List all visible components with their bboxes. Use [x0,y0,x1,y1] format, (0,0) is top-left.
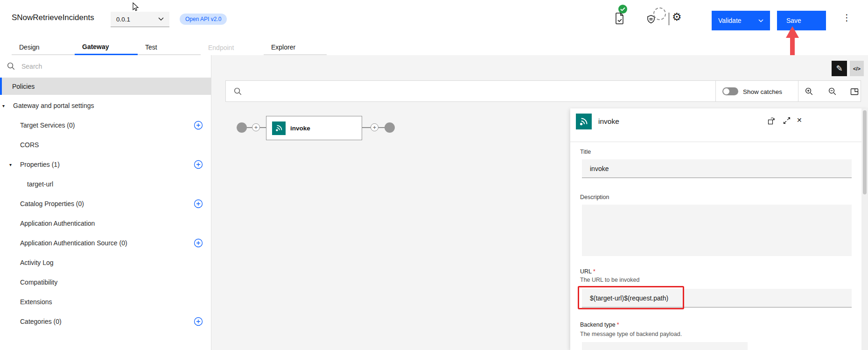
api-type-badge: Open API v2.0 [180,14,227,25]
header-divider [669,13,669,25]
backend-type-field-label: Backend type* [580,321,619,328]
fit-to-screen-icon[interactable] [850,87,859,96]
toolbar-divider [715,80,716,102]
close-panel-icon[interactable]: ✕ [797,116,802,124]
tab-gateway[interactable]: Gateway [75,40,138,55]
zoom-in-icon[interactable] [805,87,813,96]
add-property-icon[interactable] [194,160,203,169]
version-dropdown[interactable]: 0.0.1 [111,12,169,27]
caret-down-icon[interactable]: ▾ [9,162,15,167]
description-field-textarea[interactable] [582,205,852,256]
save-button[interactable]: Save [777,11,826,30]
version-value: 0.0.1 [116,16,130,23]
invoke-policy-icon [576,114,592,129]
title-field-value: invoke [590,165,609,172]
panel-scrollbar-thumb[interactable] [863,110,867,194]
settings-gear-icon[interactable]: ⚙ [672,11,682,23]
title-field-label: Title [580,149,591,155]
show-catches-toggle[interactable] [722,87,738,95]
sidebar-item-application-authentication[interactable]: Application Authentication [0,215,211,232]
edit-mode-button[interactable]: ✎ [832,61,847,76]
sidebar-item-application-authentication-source[interactable]: Application Authentication Source (0) [0,235,211,251]
sidebar-item-extensions[interactable]: Extensions [0,293,211,310]
validation-success-badge [618,5,627,14]
backend-type-select[interactable]: Detect [582,342,748,350]
invoke-policy-node[interactable]: invoke [266,116,362,140]
sidebar-item-categories[interactable]: Categories (0) [0,313,211,330]
url-field-label: URL* [580,268,595,275]
sidebar-search-placeholder: Search [21,63,42,70]
panel-header-divider [570,142,868,142]
add-catalog-property-icon[interactable] [194,199,203,208]
source-view-button[interactable]: </> [850,61,864,76]
caret-down-icon[interactable]: ▾ [2,103,8,108]
tab-test[interactable]: Test [138,40,201,55]
sidebar-item-activity-log[interactable]: Activity Log [0,254,211,271]
api-editor-page: { "header": { "title": "SNowRetrieveInci… [0,0,868,350]
backend-type-field-helper: The message type of backend payload. [580,331,682,337]
chevron-down-icon [158,17,164,21]
description-field-label: Description [580,194,609,200]
tab-design[interactable]: Design [12,40,75,55]
replace-policy-icon[interactable] [768,117,776,125]
code-icon: </> [853,66,861,71]
sidebar-item-target-url[interactable]: target-url [0,176,211,193]
add-policy-before-icon[interactable]: + [252,123,260,131]
toolbar-divider [798,80,798,102]
save-label: Save [786,17,801,24]
sidebar-item-gateway-portal-settings[interactable]: ▾ Gateway and portal settings [0,97,211,114]
add-target-service-icon[interactable] [194,121,203,130]
url-field-value: $(target-url)$(request.path) [590,294,668,302]
title-field-input[interactable]: invoke [582,159,852,178]
toggle-knob [723,88,729,94]
flow-end-node [385,122,395,133]
invoke-node-label: invoke [290,125,310,132]
add-auth-source-icon[interactable] [194,238,203,248]
search-icon [7,62,15,71]
flow-connector [259,127,266,128]
expand-panel-icon[interactable] [783,117,791,124]
invoke-policy-icon [272,121,286,135]
url-field-helper: The URL to be invoked [580,277,639,283]
backend-type-value: Detect [590,349,609,350]
api-title: SNowRetrieveIncidents [12,13,94,22]
required-marker: * [593,268,595,275]
sidebar-item-catalog-properties[interactable]: Catalog Properties (0) [0,195,211,212]
sidebar-item-cors[interactable]: CORS [0,136,211,153]
overflow-menu-icon[interactable]: ⋮ [842,13,851,22]
show-catches-label: Show catches [743,88,782,95]
panel-title: invoke [598,117,619,126]
tab-explorer[interactable]: Explorer [264,40,327,55]
sidebar-item-policies[interactable]: Policies [0,78,211,95]
annotation-arrow-head [786,26,799,38]
sidebar-search-input[interactable]: Search [7,61,203,73]
flow-connector [378,127,385,128]
sidebar-item-properties[interactable]: ▾ Properties (1) [0,156,211,173]
flow-connector [362,127,371,128]
url-field-input[interactable]: $(target-url)$(request.path) [582,289,852,307]
add-category-icon[interactable] [194,317,203,326]
validate-label: Validate [718,17,742,24]
policies-label: Policies [12,83,35,90]
pencil-icon: ✎ [836,64,842,73]
chevron-down-icon [758,19,763,22]
check-icon [620,7,625,11]
validate-button[interactable]: Validate [712,11,770,30]
zoom-out-icon[interactable] [828,87,837,96]
dashed-status-circle-icon [653,7,666,20]
flow-start-node [237,122,247,133]
canvas-search-input[interactable] [229,84,712,99]
tab-endpoint: Endpoint [201,40,264,55]
mouse-cursor-icon [132,2,141,12]
add-policy-after-icon[interactable]: + [371,123,378,131]
required-marker: * [617,321,619,328]
sidebar-item-compatibility[interactable]: Compatibility [0,274,211,291]
sidebar-item-target-services[interactable]: Target Services (0) [0,117,211,134]
search-icon [233,87,242,96]
